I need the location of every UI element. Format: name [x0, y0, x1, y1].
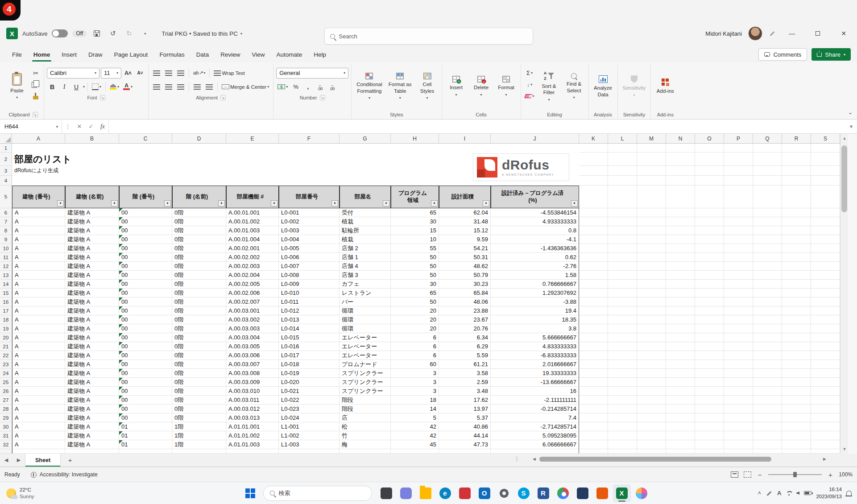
column-header-L[interactable]: L [608, 134, 637, 144]
cell-M30[interactable] [637, 422, 666, 431]
tab-help[interactable]: Help [308, 46, 332, 62]
format-painter-button[interactable] [30, 91, 41, 102]
cell-C27[interactable]: 00 [119, 396, 172, 405]
cell-L11[interactable] [608, 253, 637, 262]
filter-button[interactable]: ▼ [331, 200, 338, 207]
cell-R26[interactable] [782, 387, 811, 396]
cell-Q23[interactable] [753, 360, 782, 369]
autosum-button[interactable]: Σ▾ [524, 67, 536, 78]
column-header-N[interactable]: N [666, 134, 695, 144]
cell-A1[interactable] [12, 144, 65, 153]
cell-J28[interactable]: -0.214285714 [491, 405, 579, 413]
cell-S18[interactable] [811, 315, 840, 324]
cell-E17[interactable]: A.00.03.001 [226, 306, 279, 315]
cell-F11[interactable]: L0-006 [279, 253, 339, 262]
comments-button[interactable]: Comments [758, 48, 807, 61]
cell-E3[interactable] [226, 166, 279, 176]
cell-J19[interactable]: 3.8 [491, 324, 579, 333]
font-name-select[interactable]: Calibri▾ [47, 68, 99, 78]
cell-H13[interactable]: 50 [391, 271, 439, 280]
cancel-entry-button[interactable]: ✕ [74, 120, 85, 133]
cell-G15[interactable]: レストラン [339, 289, 391, 297]
cell-L26[interactable] [608, 387, 637, 396]
paste-button[interactable]: Paste ▾ [5, 65, 29, 108]
row-header-2[interactable]: 2 [0, 153, 12, 166]
cell-K3[interactable] [579, 166, 608, 176]
cell-C30[interactable]: 01 [119, 422, 172, 431]
cell-B30[interactable]: 建築物 A [65, 422, 119, 431]
cell-S7[interactable] [811, 217, 840, 226]
cell-R25[interactable] [782, 378, 811, 387]
cell-Q2[interactable] [753, 153, 782, 166]
column-header-F[interactable]: F [279, 134, 339, 144]
zoom-out-button[interactable]: − [757, 471, 763, 479]
cell-D26[interactable]: 0階 [172, 387, 226, 396]
cell-L3[interactable] [608, 166, 637, 176]
cell-M33[interactable] [637, 449, 666, 454]
cell-N33[interactable] [666, 449, 695, 454]
cell-R15[interactable] [782, 289, 811, 297]
cell-D29[interactable]: 0階 [172, 413, 226, 422]
cell-Q21[interactable] [753, 342, 782, 351]
cell-H9[interactable]: 10 [391, 235, 439, 244]
cell-P16[interactable] [724, 297, 753, 306]
cell-B24[interactable]: 建築物 A [65, 369, 119, 378]
cell-R28[interactable] [782, 405, 811, 413]
cell-O13[interactable] [695, 271, 724, 280]
sheet-nav-left[interactable]: ◀ [0, 457, 12, 463]
cell-B29[interactable]: 建築物 A [65, 413, 119, 422]
cell-D8[interactable]: 0階 [172, 226, 226, 235]
cell-D13[interactable]: 0階 [172, 271, 226, 280]
taskbar-icon-app-orange-tile[interactable] [593, 484, 611, 502]
cell-R11[interactable] [782, 253, 811, 262]
cell-J21[interactable]: 4.833333333 [491, 342, 579, 351]
cell-N26[interactable] [666, 387, 695, 396]
cell-L17[interactable] [608, 306, 637, 315]
cell-J20[interactable]: 5.666666667 [491, 333, 579, 342]
cell-K12[interactable] [579, 262, 608, 271]
row-header-10[interactable]: 10 [0, 244, 12, 253]
cell-L30[interactable] [608, 422, 637, 431]
cell-I25[interactable]: 2.59 [439, 378, 491, 387]
row-header-26[interactable]: 26 [0, 387, 12, 396]
cell-O29[interactable] [695, 413, 724, 422]
cell-A18[interactable]: A [12, 315, 65, 324]
cell-G25[interactable]: スプリンクラー [339, 378, 391, 387]
cell-M25[interactable] [637, 378, 666, 387]
cell-R5[interactable] [782, 186, 811, 208]
cell-L33[interactable] [608, 449, 637, 454]
row-header-14[interactable]: 14 [0, 280, 12, 289]
cell-L16[interactable] [608, 297, 637, 306]
cell-P3[interactable] [724, 166, 753, 176]
font-color-button[interactable]: A▾ [122, 82, 134, 92]
cell-K22[interactable] [579, 351, 608, 360]
tab-data[interactable]: Data [190, 46, 215, 62]
name-box-dropdown[interactable]: ▾ [53, 124, 62, 129]
cell-F4[interactable] [279, 176, 339, 186]
cell-R6[interactable] [782, 208, 811, 217]
cell-C18[interactable]: 00 [119, 315, 172, 324]
tab-page-layout[interactable]: Page Layout [108, 46, 154, 62]
borders-button[interactable]: ▾ [91, 82, 103, 92]
cell-H26[interactable]: 3 [391, 387, 439, 396]
cell-P31[interactable] [724, 431, 753, 440]
cell-I23[interactable]: 61.21 [439, 360, 491, 369]
cell-N3[interactable] [666, 166, 695, 176]
cell-L2[interactable] [608, 153, 637, 166]
sheet-tab[interactable]: Sheet [25, 454, 61, 467]
cell-P30[interactable] [724, 422, 753, 431]
cell-D9[interactable]: 0階 [172, 235, 226, 244]
filter-button[interactable]: ▼ [111, 200, 118, 207]
volume-icon[interactable] [796, 492, 799, 495]
row-header-29[interactable]: 29 [0, 413, 12, 422]
cell-Q31[interactable] [753, 431, 782, 440]
cell-H7[interactable]: 30 [391, 217, 439, 226]
cell-P20[interactable] [724, 333, 753, 342]
cell-H14[interactable]: 30 [391, 280, 439, 289]
cell-J12[interactable]: -2.76 [491, 262, 579, 271]
cell-G14[interactable]: カフェ [339, 280, 391, 289]
cell-K7[interactable] [579, 217, 608, 226]
cell-S11[interactable] [811, 253, 840, 262]
cell-F17[interactable]: L0-012 [279, 306, 339, 315]
cell-L31[interactable] [608, 431, 637, 440]
